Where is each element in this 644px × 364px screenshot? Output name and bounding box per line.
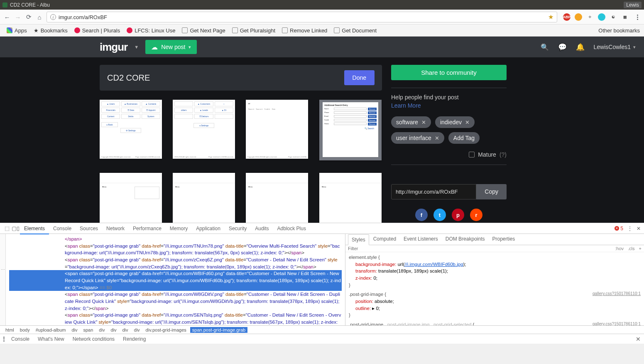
grid-image[interactable]: Menu xyxy=(100,173,162,223)
styles-tab-event-listeners[interactable]: Event Listeners xyxy=(400,234,441,245)
tag-chip[interactable]: user interface✕ xyxy=(391,132,444,144)
error-badge[interactable]: ✕5 xyxy=(615,226,623,231)
grid-image[interactable]: ▲ Users▲ Businesses▲ ContactsFinancials☰… xyxy=(100,100,162,159)
drawer-tab-network-conditions[interactable]: Network conditions xyxy=(69,335,119,343)
devtools-tab-application[interactable]: Application xyxy=(192,224,225,234)
bookmark-item[interactable]: Get Pluralsight xyxy=(230,27,278,34)
add-tag-button[interactable]: Add Tag xyxy=(448,132,480,144)
extension-icon[interactable]: ☯ xyxy=(610,13,617,21)
reload-icon[interactable]: ⟳ xyxy=(25,13,32,21)
drawer-tab-what's-new[interactable]: What's New xyxy=(34,335,69,343)
devtools-tab-performance[interactable]: Performance xyxy=(129,224,166,234)
extension-icon[interactable] xyxy=(598,13,605,21)
breadcrumb-item[interactable]: span xyxy=(81,327,95,333)
browser-menu-icon[interactable] xyxy=(634,15,641,20)
remove-tag-icon[interactable]: ✕ xyxy=(465,119,470,125)
copy-button[interactable]: Copy xyxy=(476,184,507,199)
breadcrumb-item[interactable]: span.post-grid-image.grab xyxy=(190,327,247,333)
devtools-tab-security[interactable]: Security xyxy=(225,224,251,234)
device-toggle-icon[interactable]: ▢▯ xyxy=(12,225,19,231)
apps-shortcut[interactable]: Apps xyxy=(4,27,29,34)
twitter-share-icon[interactable]: t xyxy=(433,209,446,221)
devtools-tab-memory[interactable]: Memory xyxy=(166,224,192,234)
search-icon[interactable]: 🔍 xyxy=(541,43,549,51)
logo-chevron-icon[interactable]: ▼ xyxy=(134,44,139,49)
reddit-share-icon[interactable]: r xyxy=(470,209,482,221)
devtools-tab-console[interactable]: Console xyxy=(49,224,76,234)
bookmark-item[interactable]: ★Bookmarks xyxy=(31,27,70,34)
bookmark-item[interactable]: Get Document xyxy=(331,27,379,34)
site-info-icon[interactable]: i xyxy=(50,14,56,20)
devtools-menu-icon[interactable]: ⋮ xyxy=(627,226,632,231)
add-rule-icon[interactable]: + xyxy=(639,246,642,251)
styles-tab-properties[interactable]: Properties xyxy=(489,234,518,245)
facebook-share-icon[interactable]: f xyxy=(415,209,428,221)
pinterest-share-icon[interactable]: p xyxy=(452,209,464,221)
share-url-input[interactable]: http://imgur.com/a/ROxBF xyxy=(391,184,476,199)
devtools-tab-elements[interactable]: Elements xyxy=(20,224,49,234)
devtools-tab-sources[interactable]: Sources xyxy=(76,224,102,234)
bookmark-item[interactable]: LFCS: Linux Use xyxy=(124,27,178,34)
hov-toggle[interactable]: :hov xyxy=(615,246,624,251)
os-user-badge[interactable]: Lewis xyxy=(624,2,642,8)
remove-tag-icon[interactable]: ✕ xyxy=(435,135,439,141)
abp-extension-icon[interactable]: ABP xyxy=(563,13,571,21)
extension-icon[interactable] xyxy=(575,13,582,21)
grid-image[interactable]: er Name ▾ Source ▾ Credit ▾ Date Copyrig… xyxy=(246,100,308,159)
css-rules[interactable]: element.style {background-image: url(//i… xyxy=(345,252,644,325)
bookmark-item[interactable]: Get Next Page xyxy=(179,27,228,34)
address-bar[interactable]: i imgur.com/a/ROxBF ★ xyxy=(47,12,557,22)
breadcrumb-item[interactable]: body xyxy=(18,327,32,333)
drawer-close-icon[interactable]: ✕ xyxy=(636,336,641,342)
tag-chip[interactable]: software✕ xyxy=(391,116,431,128)
album-title[interactable]: CD2 CORE xyxy=(107,73,150,83)
extension-icon[interactable]: ▦ xyxy=(621,13,629,21)
extension-icon[interactable]: ✧ xyxy=(586,13,594,21)
breadcrumb-item[interactable]: div xyxy=(132,327,142,333)
cls-toggle[interactable]: .cls xyxy=(628,246,635,251)
breadcrumb-item[interactable]: div xyxy=(108,327,118,333)
user-menu[interactable]: LewisCowles1 ▾ xyxy=(594,44,636,50)
breadcrumb-item[interactable]: #upload-album xyxy=(34,327,68,333)
bookmark-item[interactable]: Search | Plurals xyxy=(72,27,123,34)
mature-hint[interactable]: (?) xyxy=(500,151,507,158)
notifications-icon[interactable]: 🔔 xyxy=(576,43,585,52)
devtools-tab-network[interactable]: Network xyxy=(102,224,129,234)
styles-tab-computed[interactable]: Computed xyxy=(370,234,399,245)
elements-breadcrumb[interactable]: htmlbody#upload-albumdivspandivdivdivdiv… xyxy=(0,325,644,334)
breadcrumb-item[interactable]: div xyxy=(120,327,130,333)
learn-more-link[interactable]: Learn More xyxy=(391,102,507,109)
home-icon[interactable]: ⌂ xyxy=(36,14,43,21)
bookmark-item[interactable]: Remove Linked xyxy=(279,27,330,34)
breadcrumb-item[interactable]: html xyxy=(3,327,16,333)
styles-tab-dom-breakpoints[interactable]: DOM Breakpoints xyxy=(442,234,488,245)
mature-checkbox[interactable] xyxy=(469,152,475,157)
grid-image[interactable]: Menu xyxy=(246,173,308,223)
remove-tag-icon[interactable]: ✕ xyxy=(421,119,426,125)
share-community-button[interactable]: Share to community xyxy=(391,65,507,80)
back-icon[interactable]: ← xyxy=(3,14,11,21)
imgur-logo[interactable]: imgur xyxy=(100,41,127,54)
grid-image[interactable]: Menu xyxy=(319,173,382,223)
grid-image[interactable]: Additional Search Entry NameRemove Phone… xyxy=(319,100,382,160)
grid-image[interactable]: Menu xyxy=(173,173,235,223)
done-button[interactable]: Done xyxy=(344,70,375,85)
other-bookmarks[interactable]: Other bookmarks xyxy=(596,27,640,34)
grid-image[interactable]: ▲ Customers○olders▲ Leads▲ Di☰ Debtors ◂… xyxy=(173,100,235,159)
elements-panel[interactable]: </span><span class="post-grid-image grab… xyxy=(6,234,345,325)
devtools-close-icon[interactable]: ✕ xyxy=(637,226,641,231)
drawer-menu-icon[interactable] xyxy=(3,337,6,342)
styles-tab-styles[interactable]: Styles xyxy=(348,234,369,245)
breadcrumb-item[interactable]: div.post-grid-images xyxy=(144,327,189,333)
drawer-tab-console[interactable]: Console xyxy=(7,335,34,343)
chat-icon[interactable]: 💬 xyxy=(558,43,567,52)
devtools-tab-audits[interactable]: Audits xyxy=(251,224,273,234)
bookmark-star-icon[interactable]: ★ xyxy=(548,13,553,21)
breadcrumb-item[interactable]: div xyxy=(69,327,79,333)
devtools-tab-adblock-plus[interactable]: Adblock Plus xyxy=(273,224,310,234)
styles-filter-input[interactable] xyxy=(348,246,615,251)
tag-chip[interactable]: indiedev✕ xyxy=(435,116,475,128)
drawer-tab-rendering[interactable]: Rendering xyxy=(119,335,150,343)
inspect-element-icon[interactable]: ⬚ xyxy=(3,225,11,231)
new-post-button[interactable]: ☁ New post ▾ xyxy=(145,40,197,54)
